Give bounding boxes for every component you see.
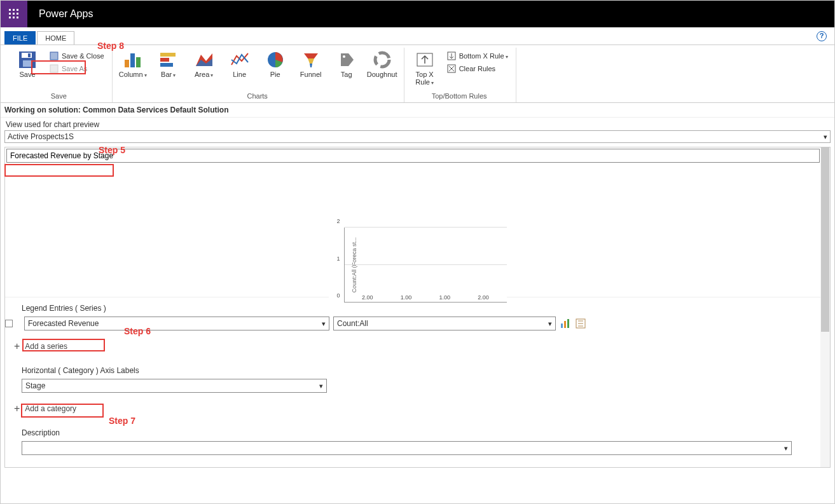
funnel-chart-button[interactable]: Funnel xyxy=(294,49,328,79)
save-as-icon xyxy=(49,64,59,74)
svg-rect-20 xyxy=(160,63,173,67)
series-options-icon[interactable] xyxy=(575,318,586,329)
svg-marker-22 xyxy=(304,53,318,58)
view-select[interactable]: Active Prospects1S xyxy=(4,130,831,143)
svg-rect-32 xyxy=(561,324,563,328)
svg-rect-18 xyxy=(160,53,176,57)
column-chart-button[interactable]: Column xyxy=(116,49,149,80)
chart-bar: 1.00 xyxy=(394,294,419,302)
svg-rect-7 xyxy=(13,17,15,18)
area-chart-button[interactable]: Area xyxy=(188,49,221,80)
ribbon-group-rules: Top X Rule Bottom X Rule Clear Rules Top… xyxy=(404,48,516,102)
svg-rect-5 xyxy=(17,13,18,15)
chart-type-icon[interactable] xyxy=(560,318,571,329)
svg-rect-0 xyxy=(9,9,11,11)
plus-icon: + xyxy=(14,341,20,352)
svg-rect-15 xyxy=(125,60,129,67)
svg-rect-16 xyxy=(130,53,135,67)
app-title: Power Apps xyxy=(39,8,93,20)
svg-rect-4 xyxy=(13,13,15,15)
add-category-link[interactable]: +Add a category xyxy=(5,395,830,422)
waffle-icon xyxy=(9,9,19,19)
svg-rect-17 xyxy=(136,57,141,67)
tag-button[interactable]: Tag xyxy=(330,49,363,79)
svg-rect-2 xyxy=(17,9,18,11)
save-as-button[interactable]: Save As xyxy=(46,63,107,74)
topx-rule-button[interactable]: Top X Rule xyxy=(408,49,441,88)
doughnut-chart-button[interactable]: Doughnut xyxy=(366,49,399,79)
topx-rule-icon xyxy=(415,50,435,69)
area-chart-icon xyxy=(194,50,214,69)
line-chart-icon xyxy=(230,50,250,69)
save-button[interactable]: Save xyxy=(11,49,44,79)
save-icon xyxy=(17,50,38,69)
save-close-button[interactable]: Save & Close xyxy=(46,50,107,62)
svg-point-25 xyxy=(343,55,345,58)
description-label: Description xyxy=(22,428,817,437)
add-series-link[interactable]: +Add a series xyxy=(5,333,830,360)
doughnut-chart-icon xyxy=(372,50,392,69)
pie-chart-icon xyxy=(265,50,286,69)
solution-label: Working on solution: Common Data Service… xyxy=(1,103,834,118)
legend-section-label: Legend Entries ( Series ) xyxy=(22,304,817,313)
bar-chart-button[interactable]: Bar xyxy=(152,49,185,80)
series-aggregate-select[interactable]: Count:All xyxy=(333,317,556,330)
svg-rect-1 xyxy=(13,9,15,11)
pie-chart-button[interactable]: Pie xyxy=(259,49,292,79)
ribbon: Save Save & Close Save As Save Column xyxy=(1,44,834,103)
svg-rect-19 xyxy=(160,58,169,62)
clear-rules-icon xyxy=(446,64,457,74)
tab-file[interactable]: FILE xyxy=(4,31,36,44)
svg-marker-24 xyxy=(310,64,312,67)
app-launcher-button[interactable] xyxy=(1,1,27,27)
svg-rect-13 xyxy=(50,52,58,60)
chart-preview: Count:All (Foreca st... 0 1 2 2.001.001.… xyxy=(5,164,830,297)
chart-designer: Count:All (Foreca st... 0 1 2 2.001.001.… xyxy=(4,147,831,468)
chart-bar: 1.00 xyxy=(432,294,457,302)
chart-bar: 2.00 xyxy=(355,294,380,302)
clear-rules-button[interactable]: Clear Rules xyxy=(444,63,511,74)
category-section-label: Horizontal ( Category ) Axis Labels xyxy=(22,366,817,375)
category-field-select[interactable]: Stage xyxy=(22,379,327,393)
svg-point-26 xyxy=(375,53,389,67)
funnel-chart-icon xyxy=(301,50,321,69)
svg-rect-8 xyxy=(17,17,18,18)
tab-home[interactable]: HOME xyxy=(37,31,74,44)
svg-rect-3 xyxy=(9,13,11,15)
bar-chart-icon xyxy=(158,50,179,69)
bottomx-rule-icon xyxy=(446,51,457,61)
plus-icon: + xyxy=(14,403,20,414)
bottomx-rule-button[interactable]: Bottom X Rule xyxy=(444,50,511,62)
designer-scrollbar[interactable] xyxy=(820,147,830,467)
ribbon-group-save: Save Save & Close Save As Save xyxy=(7,48,113,102)
chart-title-input[interactable] xyxy=(6,149,820,163)
line-chart-button[interactable]: Line xyxy=(223,49,256,79)
series-checkbox[interactable] xyxy=(5,320,13,327)
help-icon[interactable]: ? xyxy=(817,31,827,41)
topx-rule-label: Top X Rule xyxy=(410,71,440,86)
save-close-icon xyxy=(49,51,59,61)
ribbon-group-charts: Column Bar Area Line Pie Funnel xyxy=(113,48,404,102)
series-field-select[interactable]: Forecasted Revenue xyxy=(24,317,329,330)
svg-rect-33 xyxy=(564,321,566,328)
tag-icon xyxy=(336,50,357,69)
svg-rect-14 xyxy=(50,65,58,72)
svg-rect-34 xyxy=(567,319,569,328)
column-chart-icon xyxy=(123,50,143,69)
ribbon-tabs: FILE HOME ? xyxy=(1,27,834,44)
app-header: Power Apps xyxy=(1,1,834,27)
view-label: View used for chart preview xyxy=(2,118,833,130)
chart-bar: 2.00 xyxy=(471,294,496,302)
svg-rect-6 xyxy=(9,17,11,18)
svg-rect-11 xyxy=(23,60,32,67)
description-input[interactable] xyxy=(22,441,792,455)
svg-rect-12 xyxy=(28,53,31,57)
svg-marker-23 xyxy=(308,58,314,64)
